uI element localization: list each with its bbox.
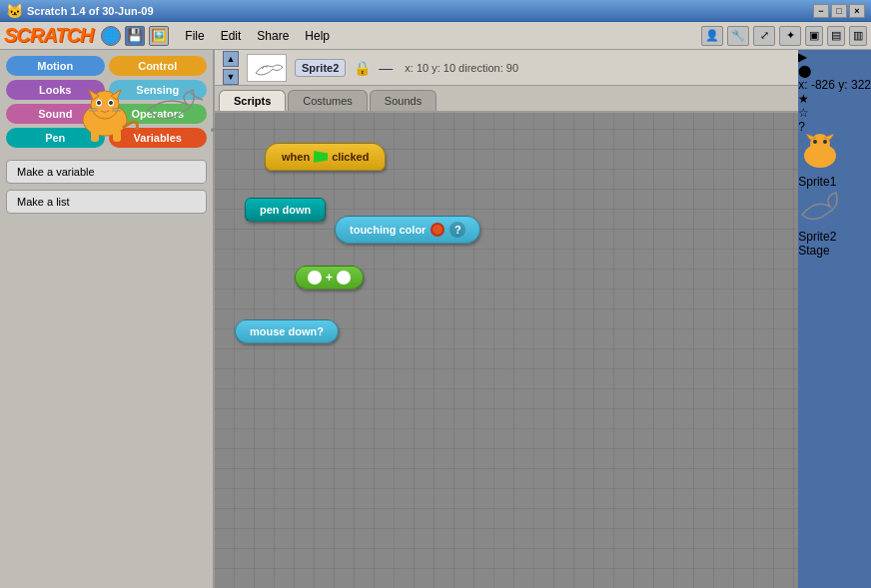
scripts-canvas[interactable]: when clicked pen down touching color ? [215,113,798,588]
star-empty-button[interactable]: ☆ [798,106,871,120]
scripts-panel: ▲ ▼ Sprite2 🔒 — x: 10 y: 10 direction: 9… [215,50,798,588]
operators-block[interactable]: + [295,266,364,290]
tab-scripts[interactable]: Scripts [219,90,286,111]
tab-sounds[interactable]: Sounds [370,90,436,111]
svg-point-8 [103,108,107,111]
svg-point-21 [823,140,827,144]
sprite-thumbnails: Sprite1 Sprite2 [798,134,871,244]
flag-icon [314,151,328,163]
stage-controls: ▶ ⬤ [798,50,871,78]
pen-down-label: pen down [260,204,311,216]
maximize-button[interactable]: □ [831,4,847,18]
coords-bar: x: -826 y: 322 [798,78,871,92]
mouse-down-label: mouse down? [250,325,324,337]
lock-icon: 🔒 [354,60,371,76]
clicked-label: clicked [332,151,369,163]
title-bar-buttons: − □ × [813,4,865,18]
mouse-down-block[interactable]: mouse down? [235,319,339,343]
operand-left [308,271,322,285]
stage-thumb-label: Stage [798,244,829,258]
sprite-name[interactable]: Sprite2 [295,59,346,77]
svg-point-7 [109,101,113,105]
extra-icon[interactable]: ✦ [779,26,801,46]
close-button[interactable]: × [849,4,865,18]
svg-rect-13 [91,130,99,142]
tabs-bar: Scripts Costumes Sounds [215,86,798,113]
green-flag-button[interactable]: ▶ [798,50,871,64]
user-icon[interactable]: 👤 [701,26,723,46]
sprite-thumb-sprite2[interactable]: Sprite2 [798,189,871,244]
fullscreen-icon[interactable]: ⤢ [753,26,775,46]
touching-color-block[interactable]: touching color ? [335,216,480,244]
svg-point-15 [211,128,215,132]
svg-point-6 [97,101,101,105]
when-label: when [282,151,310,163]
sprite-nav-down[interactable]: ▼ [223,69,239,85]
star-filled-button[interactable]: ★ [798,92,871,106]
sprite1-label: Sprite1 [798,175,836,189]
main-area: Motion Control Looks Sensing Sound Opera… [0,50,871,588]
sprite-selector-controls: ★ ☆ ? [798,92,871,134]
wrench-icon[interactable]: 🔧 [727,26,749,46]
layout-icon1[interactable]: ▣ [805,26,823,46]
sprite-info-bar: ▲ ▼ Sprite2 🔒 — x: 10 y: 10 direction: 9… [215,50,798,86]
sprite2-thumbnail-image [798,189,871,230]
touching-color-label: touching color [350,224,426,236]
minimize-button[interactable]: − [813,4,829,18]
pen-down-block[interactable]: pen down [245,198,326,222]
sprite-nav-up[interactable]: ▲ [223,51,239,67]
stage-thumb[interactable]: Stage [798,244,871,258]
stage-preview: ▶ ⬤ [798,50,871,78]
color-dot [431,223,444,237]
sprite-thumbnail [247,54,287,82]
question-button[interactable]: ? [798,120,871,134]
menu-right-icons: 👤 🔧 ⤢ ✦ ▣ ▤ ▥ [701,26,867,46]
sprite-thumb-sprite1[interactable]: Sprite1 [798,134,871,189]
stage-coords: x: -826 y: 322 [798,78,871,92]
right-panel: ▶ ⬤ [798,50,871,588]
share-menu[interactable]: Share [249,27,297,45]
sprite-coords: x: 10 y: 10 direction: 90 [405,62,518,74]
svg-point-20 [813,140,817,144]
layout-icon2[interactable]: ▤ [827,26,845,46]
sprite2-label: Sprite2 [798,230,836,244]
sprite1-thumbnail-image [798,134,871,175]
stop-button[interactable]: ⬤ [798,64,871,78]
help-menu[interactable]: Help [297,27,338,45]
when-clicked-block[interactable]: when clicked [265,143,386,171]
plus-label: + [326,271,333,285]
layout-icon3[interactable]: ▥ [849,26,867,46]
question-mark: ? [449,222,465,238]
operand-right [337,271,351,285]
svg-rect-14 [113,130,121,142]
tab-costumes[interactable]: Costumes [288,90,368,111]
